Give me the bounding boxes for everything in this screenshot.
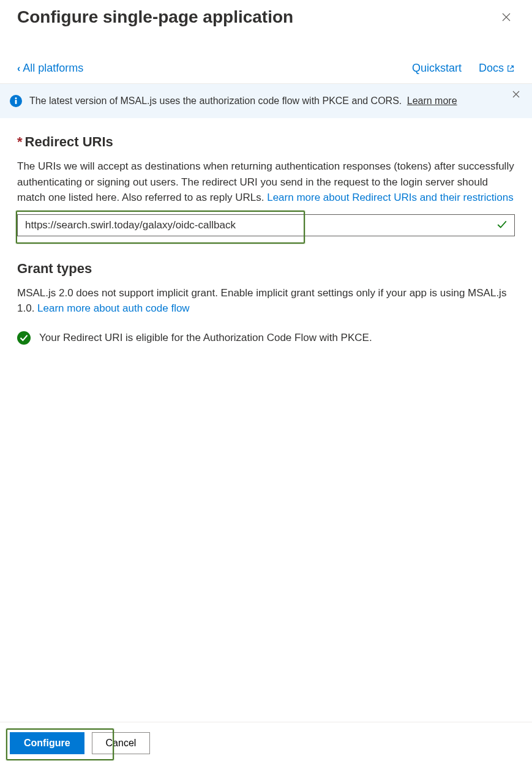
docs-label: Docs [479,62,504,75]
external-link-icon [506,64,515,73]
close-icon [512,91,520,98]
banner-text: The latest version of MSAL.js uses the a… [29,96,402,106]
success-icon [17,331,31,345]
info-banner: The latest version of MSAL.js uses the a… [0,84,532,118]
close-button[interactable] [498,9,515,29]
docs-link[interactable]: Docs [479,62,515,75]
page-title: Configure single-page application [17,6,293,28]
checkmark-icon [496,219,508,230]
redirect-uri-input[interactable] [17,214,515,236]
svg-point-1 [15,97,17,99]
svg-point-3 [17,331,31,345]
all-platforms-link[interactable]: ‹ All platforms [17,62,83,75]
footer: Configure Cancel [0,722,532,764]
eligible-message: Your Redirect URI is eligible for the Au… [39,332,372,344]
info-icon [10,95,22,107]
required-asterisk: * [17,134,23,149]
cancel-button[interactable]: Cancel [92,732,151,754]
grant-types-heading: Grant types [17,261,515,277]
banner-learn-more-link[interactable]: Learn more [407,96,457,106]
redirect-learn-more-link[interactable]: Learn more about Redirect URIs and their… [267,192,514,203]
redirect-uris-heading: *Redirect URIs [17,134,515,150]
close-icon [501,12,511,22]
configure-button[interactable]: Configure [10,732,84,754]
chevron-left-icon: ‹ [17,63,20,74]
all-platforms-label: All platforms [23,62,83,75]
quickstart-link[interactable]: Quickstart [412,62,462,75]
svg-rect-2 [15,100,17,104]
grant-learn-more-link[interactable]: Learn more about auth code flow [37,302,190,314]
banner-close-button[interactable] [512,90,520,100]
